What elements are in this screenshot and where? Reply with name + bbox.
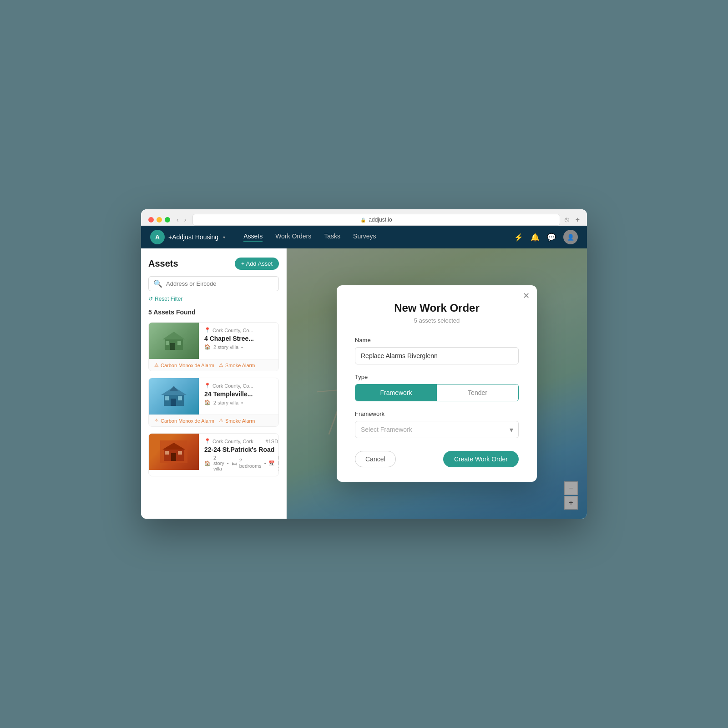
- search-input[interactable]: [166, 280, 274, 287]
- browser-nav-arrows: ‹ ›: [175, 215, 188, 224]
- type-tender-button[interactable]: Tender: [437, 384, 518, 401]
- svg-rect-8: [165, 396, 169, 400]
- browser-actions: ⎋ +: [565, 216, 580, 224]
- assets-count: 5 Assets Found: [148, 308, 279, 316]
- asset-type: 2 story villa: [213, 400, 238, 405]
- name-label: Name: [355, 337, 519, 344]
- brand-name: +Addjust Housing: [168, 233, 218, 241]
- asset-info: 📍 Cork County, Cork #1SDEW5 22-24 St.Pat…: [199, 434, 279, 476]
- asset-img-placeholder: [149, 434, 199, 470]
- create-work-order-button[interactable]: Create Work Order: [443, 451, 519, 467]
- lightning-icon[interactable]: ⚡: [514, 233, 523, 242]
- location-text: Cork County, Cork: [212, 439, 253, 444]
- brand-caret: ▾: [223, 235, 225, 240]
- framework-select[interactable]: Select Framework: [355, 421, 519, 438]
- alarm-label: Smoke Alarm: [225, 418, 255, 424]
- nav-work-orders[interactable]: Work Orders: [275, 233, 311, 242]
- location-text: Cork County, Co...: [212, 328, 253, 333]
- svg-marker-0: [162, 332, 185, 339]
- panel-header: Assets + Add Asset: [148, 258, 279, 270]
- svg-rect-14: [171, 453, 176, 461]
- framework-form-group: Framework Select Framework ▾: [355, 410, 519, 438]
- framework-label: Framework: [355, 410, 519, 417]
- cancel-button[interactable]: Cancel: [355, 451, 396, 467]
- modal-subtitle: 5 assets selected: [355, 317, 519, 324]
- nav-assets[interactable]: Assets: [243, 233, 263, 242]
- panel-title: Assets: [148, 258, 178, 269]
- modal-title: New Work Order: [355, 302, 519, 314]
- asset-card: 📍 Cork County, Co... 4 Chapel Stree... 🏠…: [148, 322, 279, 371]
- new-tab-icon[interactable]: +: [576, 216, 580, 224]
- traffic-light-yellow[interactable]: [157, 217, 162, 222]
- asset-card: 📍 Cork County, Co... 24 Templeville... 🏠…: [148, 378, 279, 427]
- bedroom-icon: 🛏: [232, 460, 237, 466]
- framework-select-wrapper: Select Framework ▾: [355, 421, 519, 438]
- nav-links: Assets Work Orders Tasks Surveys: [243, 233, 514, 242]
- svg-rect-3: [166, 341, 169, 345]
- asset-card-top: 📍 Cork County, Co... 4 Chapel Stree... 🏠…: [149, 323, 278, 359]
- asset-card: 📍 Cork County, Cork #1SDEW5 22-24 St.Pat…: [148, 433, 279, 476]
- app-logo: A +Addjust Housing ▾: [150, 230, 225, 244]
- bell-icon[interactable]: 🔔: [531, 233, 540, 242]
- address-bar[interactable]: 🔒 addjust.io: [192, 214, 560, 226]
- forward-arrow[interactable]: ›: [182, 215, 188, 224]
- alarm-tag: ⚠ Carbon Monoxide Alarm: [154, 362, 214, 368]
- asset-address: 24 Templeville...: [204, 390, 273, 398]
- asset-card-top: 📍 Cork County, Cork #1SDEW5 22-24 St.Pat…: [149, 434, 278, 476]
- user-avatar[interactable]: 👤: [563, 230, 578, 244]
- type-form-group: Type Framework Tender: [355, 374, 519, 401]
- traffic-light-green[interactable]: [165, 217, 170, 222]
- location-icon: 📍: [204, 383, 211, 389]
- alarm-tag: ⚠ Smoke Alarm: [219, 362, 255, 368]
- bedrooms: 2 bedrooms: [239, 458, 262, 469]
- share-icon[interactable]: ⎋: [565, 216, 569, 224]
- url-text: addjust.io: [369, 217, 392, 223]
- traffic-lights: [148, 217, 170, 222]
- name-input[interactable]: [355, 347, 519, 364]
- traffic-light-red[interactable]: [148, 217, 154, 222]
- search-bar[interactable]: 🔍: [148, 276, 279, 291]
- svg-rect-7: [171, 399, 176, 406]
- name-form-group: Name: [355, 337, 519, 364]
- asset-image: [149, 378, 199, 415]
- asset-info: 📍 Cork County, Co... 4 Chapel Stree... 🏠…: [199, 323, 278, 359]
- location-icon: 📍: [204, 438, 211, 444]
- asset-img-placeholder: [149, 323, 199, 359]
- location-icon: 📍: [204, 327, 211, 333]
- type-icon: 🏠: [204, 460, 211, 466]
- chat-icon[interactable]: 💬: [547, 233, 556, 242]
- alarm-label: Carbon Monoxide Alarm: [161, 418, 214, 424]
- svg-rect-16: [178, 451, 182, 455]
- app-content: A +Addjust Housing ▾ Assets Work Orders …: [141, 226, 587, 519]
- asset-info: 📍 Cork County, Co... 24 Templeville... 🏠…: [199, 378, 278, 415]
- type-toggle: Framework Tender: [355, 384, 519, 401]
- asset-alarms: ⚠ Carbon Monoxide Alarm ⚠ Smoke Alarm: [149, 359, 278, 371]
- asset-alarms: ⚠ Carbon Monoxide Alarm ⚠ Smoke Alarm: [149, 415, 278, 426]
- alarm-tag: ⚠ Carbon Monoxide Alarm: [154, 418, 214, 424]
- alarm-icon: ⚠: [154, 362, 159, 368]
- add-asset-button[interactable]: + Add Asset: [235, 258, 279, 270]
- type-label: Type: [355, 374, 519, 380]
- asset-address: 22-24 St.Patrick's Road: [204, 446, 279, 453]
- reset-filter[interactable]: ↺ Reset Filter: [148, 296, 279, 302]
- modal-close-button[interactable]: ✕: [523, 292, 530, 300]
- nav-tasks[interactable]: Tasks: [324, 233, 340, 242]
- asset-location: 📍 Cork County, Co...: [204, 327, 273, 333]
- alarm-label: Carbon Monoxide Alarm: [161, 363, 214, 368]
- type-framework-button[interactable]: Framework: [355, 384, 437, 401]
- logo-icon: A: [150, 230, 165, 244]
- back-arrow[interactable]: ‹: [175, 215, 181, 224]
- alarm-tag: ⚠ Smoke Alarm: [219, 418, 255, 424]
- type-icon: 🏠: [204, 344, 211, 350]
- location-text: Cork County, Co...: [212, 383, 253, 389]
- nav-surveys[interactable]: Surveys: [353, 233, 376, 242]
- alarm-icon: ⚠: [154, 418, 159, 424]
- asset-meta: 🏠 2 story villa •: [204, 399, 273, 405]
- svg-rect-2: [170, 343, 175, 350]
- asset-address: 4 Chapel Stree...: [204, 335, 273, 342]
- svg-rect-4: [177, 341, 181, 345]
- asset-meta: 🏠 2 story villa • 🛏 2 bedrooms • 📅 Built…: [204, 455, 279, 471]
- search-icon: 🔍: [153, 279, 162, 288]
- new-work-order-modal: ✕ New Work Order 5 assets selected Name …: [337, 285, 537, 482]
- app-navbar: A +Addjust Housing ▾ Assets Work Orders …: [141, 226, 587, 248]
